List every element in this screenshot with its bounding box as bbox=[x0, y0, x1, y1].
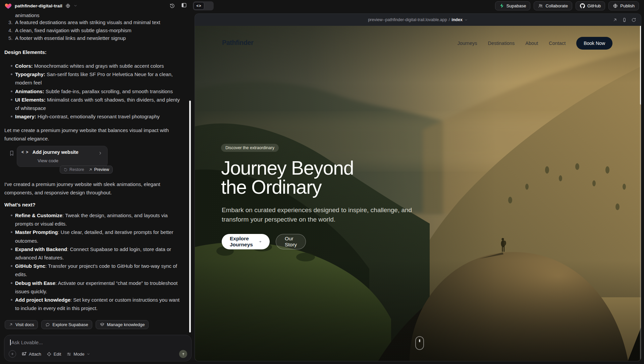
github-button[interactable]: GitHub bbox=[576, 1, 605, 10]
graduation-cap-icon bbox=[100, 322, 105, 327]
sliders-icon bbox=[66, 352, 71, 357]
hero-badge: Discover the extraordinary bbox=[221, 144, 279, 152]
code-view-icon[interactable]: <> bbox=[194, 2, 204, 10]
mode-selector[interactable]: Mode bbox=[66, 352, 90, 357]
open-external-icon[interactable] bbox=[612, 17, 618, 22]
design-bullet: Imagery: High-contrast, emotionally reso… bbox=[15, 112, 184, 121]
collaborate-button[interactable]: Collaborate bbox=[534, 1, 572, 10]
design-elements-heading: Design Elements: bbox=[4, 48, 47, 56]
hero-heading: Journey Beyond the Ordinary bbox=[221, 159, 354, 197]
numbered-item: A clean, fixed navigation with subtle gl… bbox=[15, 26, 184, 35]
image-plus-icon bbox=[21, 351, 27, 357]
code-preview-toggle[interactable]: <> bbox=[193, 1, 214, 10]
people-icon bbox=[538, 3, 543, 8]
site-nav: Pathfinder Journeys Destinations About C… bbox=[195, 36, 641, 51]
preview-page-name: index bbox=[451, 17, 463, 22]
attach-button[interactable]: Attach bbox=[21, 351, 41, 357]
next-step: Add project knowledge: Set key context o… bbox=[15, 296, 184, 312]
text-caret bbox=[10, 340, 11, 345]
chat-paragraph: I've created a premium journey website w… bbox=[4, 180, 174, 197]
app-header: pathfinder-digital-trail <> Supabase bbox=[0, 0, 644, 11]
chat-bubble-icon bbox=[45, 322, 50, 327]
project-menu-chevron-icon[interactable] bbox=[73, 4, 77, 8]
bookmark-icon[interactable] bbox=[9, 150, 15, 156]
github-icon bbox=[580, 3, 585, 8]
next-step: Master Prompting: Use clear, detailed, a… bbox=[15, 228, 184, 245]
next-step: GitHub Sync: Transfer your project's cod… bbox=[15, 262, 184, 279]
chat-scrollbar-thumb[interactable] bbox=[189, 101, 191, 332]
preview-url-host: preview--pathfinder-digital-trail.lovabl… bbox=[368, 17, 447, 22]
panel-layout-icon[interactable] bbox=[181, 2, 187, 9]
restore-button[interactable]: Restore bbox=[63, 167, 84, 172]
arrow-up-icon bbox=[181, 352, 185, 356]
plus-icon bbox=[10, 352, 14, 356]
nav-link-about[interactable]: About bbox=[525, 41, 538, 46]
design-bullet: UI Elements: Minimalist cards with soft … bbox=[15, 96, 184, 112]
next-steps-list: Refine & Customize: Tweak the design, an… bbox=[15, 211, 184, 312]
site-hero-section: Pathfinder Journeys Destinations About C… bbox=[195, 26, 641, 361]
arrow-right-icon bbox=[259, 239, 262, 244]
code-brackets-icon: < > bbox=[21, 150, 29, 155]
add-attachment-button[interactable] bbox=[9, 350, 16, 358]
next-step: Expand with Backend: Connect Supabase to… bbox=[15, 245, 184, 262]
publish-globe-icon bbox=[613, 3, 618, 8]
preview-pane: preview--pathfinder-digital-trail.lovabl… bbox=[195, 13, 641, 361]
nav-link-contact[interactable]: Contact bbox=[549, 41, 566, 46]
visit-docs-button[interactable]: Visit docs bbox=[5, 320, 38, 329]
refresh-icon[interactable] bbox=[631, 17, 636, 22]
site-logo[interactable]: Pathfinder bbox=[222, 39, 253, 47]
nav-link-destinations[interactable]: Destinations bbox=[488, 41, 515, 46]
chat-composer[interactable]: Ask Lovable... Attach Edit Mode bbox=[4, 335, 192, 361]
preview-url[interactable]: preview--pathfinder-digital-trail.lovabl… bbox=[368, 17, 468, 22]
code-change-card[interactable]: < > Add journey website View code bbox=[17, 146, 108, 167]
site-scrollbar-thumb[interactable] bbox=[640, 26, 641, 105]
arrow-up-right-icon bbox=[9, 322, 13, 327]
book-now-button[interactable]: Book Now bbox=[576, 37, 612, 50]
next-step: Debug with Ease: Activate our experiment… bbox=[15, 279, 184, 296]
view-code-link[interactable]: View code bbox=[38, 158, 58, 163]
chat-panel: animations 3. A featured destinations ar… bbox=[0, 0, 194, 364]
preview-button[interactable]: Preview bbox=[88, 167, 109, 172]
supabase-button[interactable]: Supabase bbox=[495, 1, 531, 10]
chevron-right-icon bbox=[98, 151, 103, 156]
chevron-down-icon bbox=[87, 352, 90, 356]
send-button[interactable] bbox=[179, 350, 187, 358]
lovable-heart-logo[interactable] bbox=[5, 3, 12, 9]
chat-paragraph: Let me create a premium journey website … bbox=[4, 126, 174, 143]
nav-link-journeys[interactable]: Journeys bbox=[458, 41, 477, 46]
history-icon[interactable] bbox=[169, 3, 175, 9]
design-bullet: Animations: Subtle fade-ins, parallax sc… bbox=[15, 87, 184, 96]
arrow-up-right-icon bbox=[88, 168, 93, 172]
suggestion-chips: Visit docs Explore Supabase Manage knowl… bbox=[5, 320, 149, 329]
manage-knowledge-button[interactable]: Manage knowledge bbox=[96, 320, 149, 329]
restore-preview-pill: Restore Preview bbox=[60, 166, 113, 174]
publish-button[interactable]: Publish bbox=[608, 1, 639, 10]
our-story-button[interactable]: Our Story bbox=[276, 234, 306, 249]
explore-journeys-button[interactable]: Explore Journeys bbox=[222, 234, 270, 249]
numbered-item: A featured destinations area with striki… bbox=[15, 18, 184, 26]
numbered-item: A footer with essential links and newsle… bbox=[15, 34, 184, 42]
preview-toolbar: preview--pathfinder-digital-trail.lovabl… bbox=[195, 14, 641, 26]
supabase-bolt-icon bbox=[499, 3, 504, 8]
whats-next-heading: What's next? bbox=[4, 200, 36, 209]
target-select-icon bbox=[47, 352, 52, 357]
design-bullet-list: Colors: Monochromatic whites and grays w… bbox=[15, 62, 184, 121]
scroll-indicator-icon bbox=[415, 336, 424, 350]
explore-supabase-button[interactable]: Explore Supabase bbox=[41, 320, 92, 329]
design-bullet: Colors: Monochromatic whites and grays w… bbox=[15, 62, 184, 70]
edit-button[interactable]: Edit bbox=[47, 352, 61, 357]
project-name[interactable]: pathfinder-digital-trail bbox=[15, 3, 62, 8]
code-card-title: Add journey website bbox=[33, 149, 78, 155]
chevron-down-icon bbox=[464, 18, 468, 22]
chat-input[interactable]: Ask Lovable... bbox=[10, 340, 43, 345]
next-step: Refine & Customize: Tweak the design, an… bbox=[15, 211, 184, 228]
restore-icon bbox=[63, 168, 68, 172]
hero-subtitle: Embark on curated experiences designed t… bbox=[222, 205, 423, 224]
mobile-view-icon[interactable] bbox=[622, 17, 627, 22]
design-bullet: Typography: San-serif fonts like SF Pro … bbox=[15, 70, 184, 87]
globe-status-icon bbox=[65, 3, 70, 8]
lovable-app-window: pathfinder-digital-trail <> Supabase bbox=[0, 0, 644, 364]
